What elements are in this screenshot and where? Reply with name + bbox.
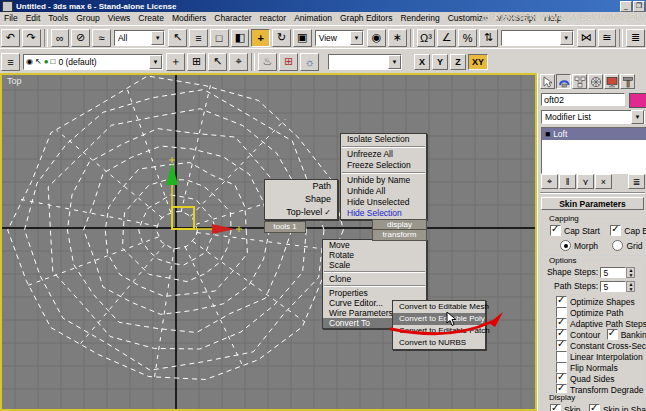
stack-item-loft[interactable]: ■Loft [542, 128, 646, 140]
skin-checkbox[interactable] [550, 404, 561, 411]
quad-item-unfreeze-all[interactable]: Unfreeze All [341, 149, 426, 160]
dropdown-arrow-icon[interactable]: ▼ [560, 31, 573, 45]
path-steps-field[interactable]: 5 [600, 281, 626, 292]
configure-modifier-sets-icon[interactable]: ≣ [628, 174, 645, 189]
tab-display[interactable] [604, 74, 619, 89]
constant-cross-section-checkbox[interactable] [556, 340, 567, 351]
redo-icon[interactable]: ↷ [22, 29, 41, 47]
quad-item-clone[interactable]: Clone [323, 274, 426, 284]
add-to-layer-icon[interactable]: ⊞ [187, 53, 206, 71]
axis-z-button[interactable]: Z [450, 54, 466, 70]
submenu-convert-editable-patch[interactable]: Convert to Editable Patch [393, 325, 485, 337]
path-steps-spinner[interactable]: ▲▼ [626, 281, 635, 292]
dropdown-arrow-icon[interactable]: ▼ [388, 55, 401, 69]
selection-filter-dropdown[interactable]: All ▼ [114, 30, 165, 46]
shape-steps-field[interactable]: 5 [600, 267, 626, 278]
menu-create[interactable]: Create [134, 12, 168, 25]
quad-item-rotate[interactable]: Rotate [323, 250, 426, 260]
percent-snap-icon[interactable]: % [458, 29, 477, 47]
use-pivot-center-icon[interactable]: ◉ [367, 29, 386, 47]
object-name-field[interactable] [541, 93, 625, 106]
cap-start-checkbox[interactable] [550, 225, 561, 236]
dropdown-arrow-icon[interactable]: ▼ [631, 110, 644, 124]
menu-reactor[interactable]: reactor [256, 12, 290, 25]
morph-radio[interactable] [560, 240, 571, 251]
select-and-scale-icon[interactable]: ▣ [293, 29, 312, 47]
undo-icon[interactable]: ↶ [1, 29, 20, 47]
linear-interpolation-checkbox[interactable] [556, 351, 567, 362]
quad-item-scale[interactable]: Scale [323, 260, 426, 270]
quad-item-unhide-by-name[interactable]: Unhide by Name [341, 175, 426, 186]
menu-graph-editors[interactable]: Graph Editors [336, 12, 396, 25]
select-and-manipulate-icon[interactable]: ∗ [388, 29, 407, 47]
select-layer-icon[interactable]: ↖ [208, 53, 227, 71]
quad-item-properties[interactable]: Properties [323, 288, 426, 298]
new-layer-icon[interactable]: ＋ [166, 53, 185, 71]
skin-in-shaded-checkbox[interactable] [589, 404, 600, 411]
axis-xy-button[interactable]: XY [468, 54, 488, 70]
select-and-move-icon[interactable]: + [251, 29, 270, 47]
dropdown-arrow-icon[interactable]: ▼ [350, 31, 363, 45]
menu-modifiers[interactable]: Modifiers [168, 12, 210, 25]
quad-item-move[interactable]: Move [323, 240, 426, 250]
menu-animation[interactable]: Animation [290, 12, 336, 25]
submenu-convert-nurbs[interactable]: Convert to NURBS [393, 337, 485, 349]
skin-parameters-rollout[interactable]: Skin Parameters [541, 197, 644, 210]
menu-group[interactable]: Group [72, 12, 104, 25]
modifier-list-dropdown[interactable]: Modifier List ▼ [541, 110, 645, 124]
layer-dropdown[interactable]: ◉ ↖ ● □ 0 (default) ▼ [23, 54, 163, 70]
quad-item-hide-selection[interactable]: Hide Selection [341, 208, 426, 219]
angle-snap-icon[interactable]: ∠ [437, 29, 456, 47]
render-type-icon[interactable]: ⊞ [279, 53, 298, 71]
top-viewport[interactable]: Top [0, 73, 537, 411]
window-crossing-icon[interactable]: ◧ [231, 29, 250, 47]
menu-rendering[interactable]: Rendering [396, 12, 443, 25]
dropdown-arrow-icon[interactable]: ▼ [149, 55, 162, 69]
tab-modify[interactable] [556, 74, 571, 89]
optimize-shapes-checkbox[interactable] [556, 296, 567, 307]
pick-layer-icon[interactable]: ⌖ [229, 53, 248, 71]
align-icon[interactable]: ≅ [598, 29, 617, 47]
shape-steps-spinner[interactable]: ▲▼ [626, 267, 635, 278]
bind-spacewarp-icon[interactable]: ≈ [92, 29, 111, 47]
layer-manager-icon[interactable]: ≡ [1, 53, 20, 71]
quad-item-shape[interactable]: Shape [265, 193, 337, 206]
quad-item-top-level[interactable]: Top-level✓ [265, 206, 337, 219]
named-selection-dropdown[interactable]: ▼ [501, 30, 574, 46]
object-color-swatch[interactable] [629, 93, 646, 108]
remove-modifier-icon[interactable]: × [595, 174, 612, 189]
rect-selection-region-icon[interactable]: □ [210, 29, 229, 47]
viewport-label[interactable]: Top [7, 76, 22, 86]
quick-render-icon[interactable]: ☼ [300, 53, 319, 71]
select-and-rotate-icon[interactable]: ↻ [272, 29, 291, 47]
cap-end-checkbox[interactable] [610, 225, 621, 236]
menu-character[interactable]: Character [210, 12, 255, 25]
menu-edit[interactable]: Edit [22, 12, 45, 25]
make-unique-icon[interactable]: ⋎ [577, 174, 594, 189]
pin-stack-icon[interactable]: ⌖ [541, 174, 558, 189]
coord-system-dropdown[interactable]: View ▼ [315, 30, 364, 46]
snap-toggle-icon[interactable]: Ω³ [417, 29, 436, 47]
axis-x-button[interactable]: X [414, 54, 430, 70]
quad-item-freeze-selection[interactable]: Freeze Selection [341, 160, 426, 171]
quad-item-path[interactable]: Path [265, 180, 337, 193]
select-by-name-icon[interactable]: ≡ [189, 29, 208, 47]
mirror-icon[interactable]: ⋈ [577, 29, 596, 47]
grid-radio[interactable] [612, 240, 623, 251]
submenu-convert-editable-mesh[interactable]: Convert to Editable Mesh [393, 301, 485, 313]
menu-views[interactable]: Views [104, 12, 135, 25]
submenu-convert-editable-poly[interactable]: Convert to Editable Poly [393, 313, 485, 325]
show-end-result-icon[interactable]: ‖ [559, 174, 576, 189]
tab-create[interactable] [540, 74, 555, 89]
quad-item-isolate-selection[interactable]: Isolate Selection [341, 134, 426, 145]
quad-item-hide-unselected[interactable]: Hide Unselected [341, 197, 426, 208]
banking-checkbox[interactable] [607, 329, 618, 340]
render-preset-dropdown[interactable]: ▼ [328, 54, 402, 70]
spinner-snap-icon[interactable]: ⇅ [479, 29, 498, 47]
dropdown-arrow-icon[interactable]: ▼ [151, 31, 164, 45]
tab-hierarchy[interactable] [572, 74, 587, 89]
menu-tools[interactable]: Tools [44, 12, 72, 25]
quad-item-unhide-all[interactable]: Unhide All [341, 186, 426, 197]
select-and-link-icon[interactable]: ∞ [51, 29, 70, 47]
tab-motion[interactable] [588, 74, 603, 89]
